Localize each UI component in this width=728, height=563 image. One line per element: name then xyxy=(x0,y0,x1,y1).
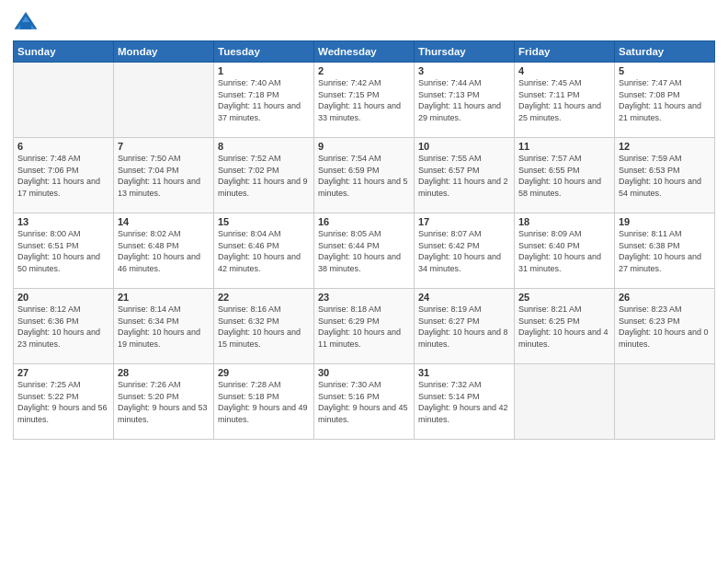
day-number: 21 xyxy=(118,292,210,303)
day-number: 16 xyxy=(318,216,410,227)
day-info: Sunrise: 7:55 AM Sunset: 6:57 PM Dayligh… xyxy=(418,153,510,199)
day-info: Sunrise: 7:42 AM Sunset: 7:15 PM Dayligh… xyxy=(318,77,410,123)
weekday-tuesday: Tuesday xyxy=(214,41,314,63)
weekday-friday: Friday xyxy=(515,41,615,63)
day-info: Sunrise: 7:57 AM Sunset: 6:55 PM Dayligh… xyxy=(518,153,610,199)
day-info: Sunrise: 7:45 AM Sunset: 7:11 PM Dayligh… xyxy=(518,77,610,123)
day-number: 9 xyxy=(318,141,410,152)
day-info: Sunrise: 8:00 AM Sunset: 6:51 PM Dayligh… xyxy=(17,228,109,274)
day-info: Sunrise: 8:11 AM Sunset: 6:38 PM Dayligh… xyxy=(619,228,711,274)
week-row-2: 6Sunrise: 7:48 AM Sunset: 7:06 PM Daylig… xyxy=(14,138,715,213)
day-number: 24 xyxy=(418,292,510,303)
day-info: Sunrise: 8:21 AM Sunset: 6:25 PM Dayligh… xyxy=(518,304,610,350)
calendar-cell: 1Sunrise: 7:40 AM Sunset: 7:18 PM Daylig… xyxy=(214,63,314,138)
day-number: 25 xyxy=(518,292,610,303)
day-number: 3 xyxy=(418,65,510,76)
day-number: 23 xyxy=(318,292,410,303)
calendar-cell: 13Sunrise: 8:00 AM Sunset: 6:51 PM Dayli… xyxy=(14,213,114,289)
weekday-thursday: Thursday xyxy=(415,41,515,63)
day-number: 20 xyxy=(17,292,109,303)
day-number: 8 xyxy=(218,141,310,152)
day-number: 17 xyxy=(418,216,510,227)
day-info: Sunrise: 8:02 AM Sunset: 6:48 PM Dayligh… xyxy=(118,228,210,274)
calendar-cell: 22Sunrise: 8:16 AM Sunset: 6:32 PM Dayli… xyxy=(214,289,314,364)
calendar-cell: 28Sunrise: 7:26 AM Sunset: 5:20 PM Dayli… xyxy=(114,364,214,440)
day-number: 7 xyxy=(118,141,210,152)
day-number: 22 xyxy=(218,292,310,303)
day-info: Sunrise: 8:09 AM Sunset: 6:40 PM Dayligh… xyxy=(518,228,610,274)
day-info: Sunrise: 7:32 AM Sunset: 5:14 PM Dayligh… xyxy=(418,379,510,425)
page: SundayMondayTuesdayWednesdayThursdayFrid… xyxy=(0,0,728,563)
day-info: Sunrise: 8:14 AM Sunset: 6:34 PM Dayligh… xyxy=(118,304,210,350)
calendar-cell: 9Sunrise: 7:54 AM Sunset: 6:59 PM Daylig… xyxy=(314,138,415,213)
day-info: Sunrise: 7:50 AM Sunset: 7:04 PM Dayligh… xyxy=(118,153,210,199)
calendar-cell xyxy=(114,63,214,138)
calendar-cell: 25Sunrise: 8:21 AM Sunset: 6:25 PM Dayli… xyxy=(515,289,615,364)
week-row-3: 13Sunrise: 8:00 AM Sunset: 6:51 PM Dayli… xyxy=(14,213,715,289)
calendar-cell: 15Sunrise: 8:04 AM Sunset: 6:46 PM Dayli… xyxy=(214,213,314,289)
day-info: Sunrise: 8:18 AM Sunset: 6:29 PM Dayligh… xyxy=(318,304,410,350)
week-row-5: 27Sunrise: 7:25 AM Sunset: 5:22 PM Dayli… xyxy=(14,364,715,440)
weekday-monday: Monday xyxy=(114,41,214,63)
day-info: Sunrise: 8:04 AM Sunset: 6:46 PM Dayligh… xyxy=(218,228,310,274)
day-info: Sunrise: 8:19 AM Sunset: 6:27 PM Dayligh… xyxy=(418,304,510,350)
weekday-saturday: Saturday xyxy=(615,41,715,63)
calendar-cell xyxy=(515,364,615,440)
calendar-cell: 19Sunrise: 8:11 AM Sunset: 6:38 PM Dayli… xyxy=(615,213,715,289)
day-info: Sunrise: 8:05 AM Sunset: 6:44 PM Dayligh… xyxy=(318,228,410,274)
day-number: 4 xyxy=(518,65,610,76)
day-number: 14 xyxy=(118,216,210,227)
calendar-cell: 16Sunrise: 8:05 AM Sunset: 6:44 PM Dayli… xyxy=(314,213,415,289)
day-info: Sunrise: 8:16 AM Sunset: 6:32 PM Dayligh… xyxy=(218,304,310,350)
calendar-cell: 4Sunrise: 7:45 AM Sunset: 7:11 PM Daylig… xyxy=(515,63,615,138)
day-number: 1 xyxy=(218,65,310,76)
day-number: 26 xyxy=(619,292,711,303)
calendar-cell: 31Sunrise: 7:32 AM Sunset: 5:14 PM Dayli… xyxy=(415,364,515,440)
day-info: Sunrise: 7:54 AM Sunset: 6:59 PM Dayligh… xyxy=(318,153,410,199)
weekday-wednesday: Wednesday xyxy=(314,41,415,63)
day-number: 30 xyxy=(318,367,410,378)
calendar-cell: 29Sunrise: 7:28 AM Sunset: 5:18 PM Dayli… xyxy=(214,364,314,440)
day-info: Sunrise: 7:47 AM Sunset: 7:08 PM Dayligh… xyxy=(619,77,711,123)
day-number: 5 xyxy=(619,65,711,76)
calendar-cell: 20Sunrise: 8:12 AM Sunset: 6:36 PM Dayli… xyxy=(14,289,114,364)
calendar-cell: 2Sunrise: 7:42 AM Sunset: 7:15 PM Daylig… xyxy=(314,63,415,138)
header xyxy=(13,9,715,35)
calendar-cell: 14Sunrise: 8:02 AM Sunset: 6:48 PM Dayli… xyxy=(114,213,214,289)
calendar-cell: 27Sunrise: 7:25 AM Sunset: 5:22 PM Dayli… xyxy=(14,364,114,440)
day-info: Sunrise: 7:52 AM Sunset: 7:02 PM Dayligh… xyxy=(218,153,310,199)
day-info: Sunrise: 8:12 AM Sunset: 6:36 PM Dayligh… xyxy=(17,304,109,350)
day-info: Sunrise: 8:07 AM Sunset: 6:42 PM Dayligh… xyxy=(418,228,510,274)
calendar-cell: 21Sunrise: 8:14 AM Sunset: 6:34 PM Dayli… xyxy=(114,289,214,364)
calendar-cell: 18Sunrise: 8:09 AM Sunset: 6:40 PM Dayli… xyxy=(515,213,615,289)
day-info: Sunrise: 7:25 AM Sunset: 5:22 PM Dayligh… xyxy=(17,379,109,425)
calendar-cell: 8Sunrise: 7:52 AM Sunset: 7:02 PM Daylig… xyxy=(214,138,314,213)
day-number: 11 xyxy=(518,141,610,152)
svg-rect-2 xyxy=(20,22,31,29)
day-number: 2 xyxy=(318,65,410,76)
calendar-cell: 26Sunrise: 8:23 AM Sunset: 6:23 PM Dayli… xyxy=(615,289,715,364)
day-number: 27 xyxy=(17,367,109,378)
day-info: Sunrise: 7:48 AM Sunset: 7:06 PM Dayligh… xyxy=(17,153,109,199)
day-number: 29 xyxy=(218,367,310,378)
week-row-1: 1Sunrise: 7:40 AM Sunset: 7:18 PM Daylig… xyxy=(14,63,715,138)
day-info: Sunrise: 7:44 AM Sunset: 7:13 PM Dayligh… xyxy=(418,77,510,123)
weekday-sunday: Sunday xyxy=(14,41,114,63)
weekday-header-row: SundayMondayTuesdayWednesdayThursdayFrid… xyxy=(14,41,715,63)
calendar-cell xyxy=(615,364,715,440)
calendar-cell: 10Sunrise: 7:55 AM Sunset: 6:57 PM Dayli… xyxy=(415,138,515,213)
calendar-cell: 6Sunrise: 7:48 AM Sunset: 7:06 PM Daylig… xyxy=(14,138,114,213)
calendar-cell: 3Sunrise: 7:44 AM Sunset: 7:13 PM Daylig… xyxy=(415,63,515,138)
calendar-cell: 7Sunrise: 7:50 AM Sunset: 7:04 PM Daylig… xyxy=(114,138,214,213)
calendar-cell xyxy=(14,63,114,138)
day-number: 12 xyxy=(619,141,711,152)
logo xyxy=(13,9,42,35)
calendar-cell: 5Sunrise: 7:47 AM Sunset: 7:08 PM Daylig… xyxy=(615,63,715,138)
day-number: 28 xyxy=(118,367,210,378)
calendar-cell: 30Sunrise: 7:30 AM Sunset: 5:16 PM Dayli… xyxy=(314,364,415,440)
day-number: 18 xyxy=(518,216,610,227)
calendar-table: SundayMondayTuesdayWednesdayThursdayFrid… xyxy=(13,40,715,440)
day-number: 31 xyxy=(418,367,510,378)
day-info: Sunrise: 7:30 AM Sunset: 5:16 PM Dayligh… xyxy=(318,379,410,425)
day-info: Sunrise: 7:40 AM Sunset: 7:18 PM Dayligh… xyxy=(218,77,310,123)
